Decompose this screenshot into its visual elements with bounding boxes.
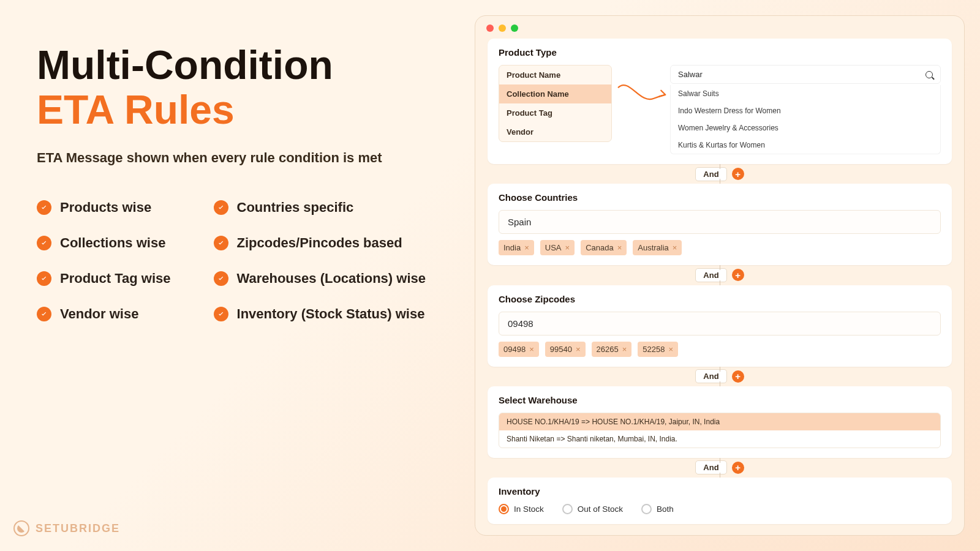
country-chip-list: India×USA×Canada×Australia× — [499, 240, 941, 255]
and-operator-button[interactable]: And — [695, 167, 726, 181]
rule-connector: And + — [488, 265, 952, 285]
zipcode-input[interactable]: 09498 — [499, 312, 941, 335]
chip-remove-icon[interactable]: × — [673, 243, 677, 252]
feature-item: Warehouses (Locations) wise — [214, 271, 426, 287]
warehouse-list: HOUSE NO.1/KHA/19 => HOUSE NO.1/KHA/19, … — [499, 413, 941, 448]
radio-icon — [499, 504, 509, 514]
check-icon — [37, 236, 51, 250]
product-type-tab[interactable]: Vendor — [499, 122, 611, 141]
feature-label: Inventory (Stock Status) wise — [237, 306, 425, 322]
and-operator-button[interactable]: And — [695, 268, 726, 282]
minimize-dot-icon[interactable] — [499, 24, 506, 32]
feature-label: Warehouses (Locations) wise — [237, 271, 426, 287]
warehouse-item[interactable]: HOUSE NO.1/KHA/19 => HOUSE NO.1/KHA/19, … — [499, 413, 940, 430]
headline-line1: Multi-Condition — [37, 43, 447, 88]
check-icon — [214, 307, 228, 321]
radio-icon — [641, 504, 652, 514]
feature-label: Countries specific — [237, 200, 354, 216]
window-traffic-lights — [475, 16, 964, 36]
feature-label: Zipcodes/Pincodes based — [237, 235, 402, 251]
country-chip[interactable]: Canada× — [581, 240, 627, 255]
product-type-tab[interactable]: Product Name — [499, 66, 611, 84]
feature-item: Product Tag wise — [37, 271, 171, 287]
add-condition-button[interactable]: + — [732, 168, 744, 180]
feature-label: Products wise — [60, 200, 151, 216]
feature-item: Inventory (Stock Status) wise — [214, 306, 426, 322]
check-icon — [214, 236, 228, 250]
close-dot-icon[interactable] — [486, 24, 494, 32]
curved-arrow-icon — [612, 65, 670, 132]
tagline: ETA Message shown when every rule condit… — [37, 150, 447, 166]
chip-remove-icon[interactable]: × — [617, 243, 622, 252]
country-chip[interactable]: Australia× — [633, 240, 682, 255]
app-window: Product Type Product NameCollection Name… — [475, 15, 965, 536]
product-type-tab-list: Product NameCollection NameProduct TagVe… — [499, 65, 612, 142]
suggestion-item[interactable]: Indo Western Dress for Women — [671, 102, 940, 119]
feature-item: Zipcodes/Pincodes based — [214, 235, 426, 251]
radio-label: Both — [657, 504, 674, 514]
suggestion-item[interactable]: Kurtis & Kurtas for Women — [671, 137, 940, 154]
feature-label: Vendor wise — [60, 306, 138, 322]
chip-remove-icon[interactable]: × — [529, 345, 534, 354]
chip-remove-icon[interactable]: × — [576, 345, 581, 354]
country-chip[interactable]: India× — [499, 240, 534, 255]
marketing-left-panel: Multi-Condition ETA Rules ETA Message sh… — [0, 0, 472, 551]
product-type-tab[interactable]: Collection Name — [499, 84, 611, 103]
search-input-value: Salwar — [678, 70, 703, 79]
suggestion-item[interactable]: Women Jewelry & Accessories — [671, 119, 940, 137]
brand-logo-icon — [13, 520, 29, 536]
card-countries: Choose Countries Spain India×USA×Canada×… — [488, 184, 952, 265]
card-title-countries: Choose Countries — [499, 192, 941, 203]
chip-remove-icon[interactable]: × — [565, 243, 570, 252]
product-type-search-input[interactable]: Salwar — [670, 65, 941, 84]
search-icon — [925, 71, 933, 78]
rule-connector: And + — [488, 164, 952, 184]
zipcode-chip[interactable]: 99540× — [545, 342, 586, 357]
and-operator-button[interactable]: And — [695, 460, 726, 474]
country-chip[interactable]: USA× — [540, 240, 575, 255]
headline-line2: ETA Rules — [37, 88, 447, 132]
inventory-radio-option[interactable]: In Stock — [499, 504, 544, 514]
add-condition-button[interactable]: + — [732, 462, 744, 474]
card-warehouse: Select Warehouse HOUSE NO.1/KHA/19 => HO… — [488, 386, 952, 458]
product-type-tab[interactable]: Product Tag — [499, 103, 611, 122]
card-title-inventory: Inventory — [499, 486, 941, 497]
feature-item: Collections wise — [37, 235, 171, 251]
inventory-radio-option[interactable]: Out of Stock — [562, 504, 623, 514]
chip-remove-icon[interactable]: × — [524, 243, 529, 252]
zipcode-chip-list: 09498×99540×26265×52258× — [499, 342, 941, 357]
chip-remove-icon[interactable]: × — [668, 345, 673, 354]
zipcode-chip[interactable]: 26265× — [592, 342, 632, 357]
product-type-suggestions: Salwar SuitsIndo Western Dress for Women… — [670, 85, 941, 154]
zipcode-chip[interactable]: 52258× — [638, 342, 678, 357]
check-icon — [37, 307, 51, 321]
rule-connector: And + — [488, 458, 952, 478]
brand-footer: SETUBRIDGE — [13, 520, 120, 536]
inventory-radio-option[interactable]: Both — [641, 504, 674, 514]
card-inventory: Inventory In StockOut of StockBoth — [488, 478, 952, 524]
card-zipcodes: Choose Zipcodes 09498 09498×99540×26265×… — [488, 285, 952, 367]
add-condition-button[interactable]: + — [732, 370, 744, 383]
card-title-product-type: Product Type — [499, 47, 941, 58]
feature-item: Countries specific — [214, 200, 426, 216]
zipcode-chip[interactable]: 09498× — [499, 342, 539, 357]
card-title-zipcodes: Choose Zipcodes — [499, 294, 941, 304]
zoom-dot-icon[interactable] — [511, 24, 518, 32]
suggestion-item[interactable]: Salwar Suits — [671, 85, 940, 102]
brand-name: SETUBRIDGE — [36, 522, 120, 535]
check-icon — [214, 200, 228, 215]
country-input[interactable]: Spain — [499, 210, 941, 234]
card-product-type: Product Type Product NameCollection Name… — [488, 39, 952, 164]
warehouse-item[interactable]: Shanti Niketan => Shanti niketan, Mumbai… — [499, 430, 940, 448]
add-condition-button[interactable]: + — [732, 269, 744, 281]
feature-item: Vendor wise — [37, 306, 171, 322]
radio-label: In Stock — [514, 504, 544, 514]
feature-list: Products wiseCollections wiseProduct Tag… — [37, 200, 447, 322]
feature-item: Products wise — [37, 200, 171, 216]
feature-label: Product Tag wise — [60, 271, 171, 287]
radio-label: Out of Stock — [578, 504, 623, 514]
check-icon — [37, 200, 51, 215]
chip-remove-icon[interactable]: × — [622, 345, 627, 354]
feature-label: Collections wise — [60, 235, 165, 251]
and-operator-button[interactable]: And — [695, 369, 726, 383]
